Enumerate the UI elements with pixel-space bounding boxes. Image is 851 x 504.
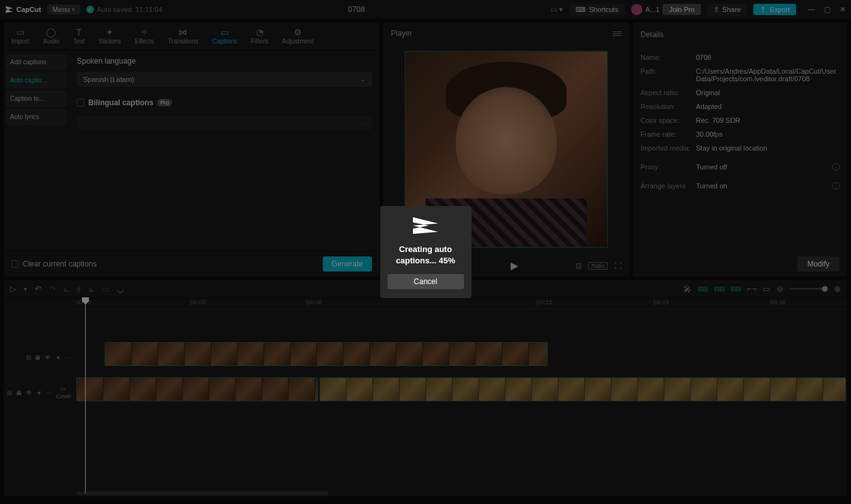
modal-overlay: Creating auto captions... 45% Cancel <box>0 0 851 504</box>
progress-modal: Creating auto captions... 45% Cancel <box>380 206 472 298</box>
modal-message: Creating auto captions... 45% <box>388 244 464 266</box>
capcut-logo-icon <box>410 216 441 235</box>
cancel-button[interactable]: Cancel <box>388 274 464 289</box>
